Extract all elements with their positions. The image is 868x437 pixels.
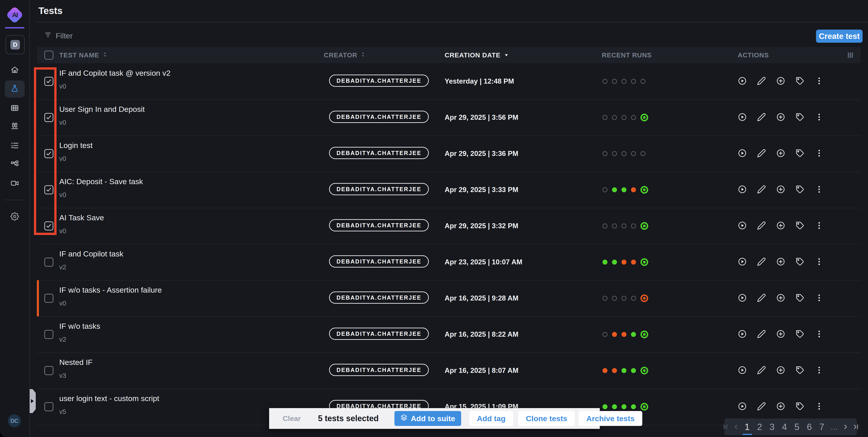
add-to-suite-action-button[interactable] (776, 293, 785, 303)
more-action-button[interactable] (815, 149, 824, 159)
more-action-button[interactable] (815, 112, 824, 123)
pagination-page-7[interactable]: 7 (817, 422, 827, 432)
run-action-button[interactable] (738, 221, 747, 231)
sidebar-item-recordings[interactable] (0, 175, 29, 192)
edit-action-button[interactable] (757, 221, 766, 231)
more-action-button[interactable] (815, 185, 824, 195)
pagination-page-6[interactable]: 6 (805, 422, 814, 432)
sidebar-item-test-tubes[interactable] (0, 118, 29, 135)
row-checkbox[interactable] (44, 113, 53, 122)
clear-selection-button[interactable]: Clear (283, 414, 301, 423)
run-action-button[interactable] (738, 366, 747, 375)
more-action-button[interactable] (815, 330, 824, 339)
test-row[interactable]: User Sign In and Depositv0DEBADITYA.CHAT… (37, 99, 861, 136)
add-tag-button[interactable]: Add tag (469, 411, 514, 426)
tag-action-button[interactable] (796, 366, 804, 375)
row-checkbox[interactable] (44, 77, 53, 86)
column-header-creator[interactable]: CREATOR (324, 47, 366, 63)
clone-tests-button[interactable]: Clone tests (518, 411, 575, 426)
test-row[interactable]: AIC: Deposit - Save taskv0DEBADITYA.CHAT… (37, 172, 861, 208)
run-action-button[interactable] (738, 330, 747, 339)
run-action-button[interactable] (738, 149, 747, 159)
pagination-page-3[interactable]: 3 (767, 422, 777, 432)
pagination-last-button[interactable] (852, 423, 859, 431)
tag-action-button[interactable] (796, 402, 804, 412)
test-row[interactable]: IF w/o tasks - Assertion failurev0DEBADI… (37, 280, 861, 317)
edit-action-button[interactable] (757, 293, 766, 303)
add-to-suite-action-button[interactable] (776, 402, 785, 412)
edit-action-button[interactable] (757, 366, 766, 375)
run-action-button[interactable] (738, 185, 747, 195)
pagination-page-4[interactable]: 4 (780, 422, 789, 432)
run-action-button[interactable] (738, 293, 747, 303)
add-to-suite-action-button[interactable] (776, 76, 785, 86)
pagination-first-button[interactable] (722, 423, 730, 431)
column-settings-icon[interactable] (846, 51, 855, 60)
edit-action-button[interactable] (757, 185, 766, 195)
tag-action-button[interactable] (796, 149, 804, 159)
run-action-button[interactable] (738, 402, 747, 412)
add-to-suite-action-button[interactable] (776, 366, 785, 375)
row-checkbox[interactable] (44, 222, 53, 231)
add-to-suite-action-button[interactable] (776, 149, 785, 159)
user-avatar[interactable]: DC (8, 414, 21, 427)
add-to-suite-action-button[interactable] (776, 112, 785, 123)
tag-action-button[interactable] (796, 112, 804, 123)
edit-action-button[interactable] (757, 112, 766, 123)
run-action-button[interactable] (738, 112, 747, 123)
sidebar-item-workflow[interactable] (0, 156, 29, 173)
row-checkbox[interactable] (44, 149, 53, 158)
run-action-button[interactable] (738, 76, 747, 86)
create-test-button[interactable]: Create test (816, 30, 863, 43)
edit-action-button[interactable] (757, 257, 766, 267)
pagination-next-button[interactable] (842, 423, 849, 431)
edit-action-button[interactable] (757, 330, 766, 339)
tag-action-button[interactable] (796, 293, 804, 303)
more-action-button[interactable] (815, 257, 824, 267)
more-action-button[interactable] (815, 366, 824, 375)
row-checkbox[interactable] (44, 185, 53, 194)
test-row[interactable]: IF and Copilot task @ version v2v0DEBADI… (37, 63, 861, 100)
pagination-page-2[interactable]: 2 (755, 422, 765, 432)
add-to-suite-action-button[interactable] (776, 221, 785, 231)
sidebar-item-checklist[interactable] (0, 137, 29, 155)
row-checkbox[interactable] (44, 258, 53, 267)
sidebar-item-tests-flask[interactable] (0, 80, 29, 98)
row-checkbox[interactable] (44, 366, 53, 375)
test-row[interactable]: Login testv0DEBADITYA.CHATTERJEEApr 29, … (37, 136, 861, 172)
add-to-suite-action-button[interactable] (776, 330, 785, 339)
more-action-button[interactable] (815, 293, 824, 303)
test-row[interactable]: IF and Copilot taskv2DEBADITYA.CHATTERJE… (37, 244, 861, 281)
tag-action-button[interactable] (796, 330, 804, 339)
select-all-checkbox[interactable] (44, 51, 53, 60)
test-row[interactable]: AI Task Savev0DEBADITYA.CHATTERJEEApr 29… (37, 208, 861, 244)
more-action-button[interactable] (815, 76, 824, 86)
tag-action-button[interactable] (796, 257, 804, 267)
pagination-prev-button[interactable] (732, 423, 740, 431)
more-action-button[interactable] (815, 402, 824, 412)
column-header-test_name[interactable]: TEST NAME (59, 47, 108, 63)
archive-tests-button[interactable]: Archive tests (579, 411, 642, 426)
sidebar-item-table[interactable] (0, 100, 29, 117)
pagination-page-5[interactable]: 5 (792, 422, 802, 432)
add-to-suite-action-button[interactable] (776, 257, 785, 267)
run-action-button[interactable] (738, 257, 747, 267)
column-header-creation_date[interactable]: CREATION DATE (445, 47, 509, 63)
filter-button[interactable]: Filter (44, 31, 73, 40)
row-checkbox[interactable] (44, 294, 53, 303)
sidebar-item-home[interactable] (0, 62, 29, 79)
edit-action-button[interactable] (757, 149, 766, 159)
tag-action-button[interactable] (796, 185, 804, 195)
sidebar-item-settings[interactable] (0, 208, 29, 226)
sidebar-expand-handle[interactable] (30, 389, 36, 413)
workspace-avatar[interactable]: D (6, 35, 25, 54)
add-to-suite-action-button[interactable] (776, 185, 785, 195)
pagination-page-1[interactable]: 1 (742, 422, 752, 432)
test-row[interactable]: Nested IFv3DEBADITYA.CHATTERJEEApr 16, 2… (37, 352, 861, 389)
row-checkbox[interactable] (44, 330, 53, 339)
edit-action-button[interactable] (757, 76, 766, 86)
more-action-button[interactable] (815, 221, 824, 231)
test-row[interactable]: IF w/o tasksv2DEBADITYA.CHATTERJEEApr 16… (37, 316, 861, 353)
tag-action-button[interactable] (796, 221, 804, 231)
edit-action-button[interactable] (757, 402, 766, 412)
